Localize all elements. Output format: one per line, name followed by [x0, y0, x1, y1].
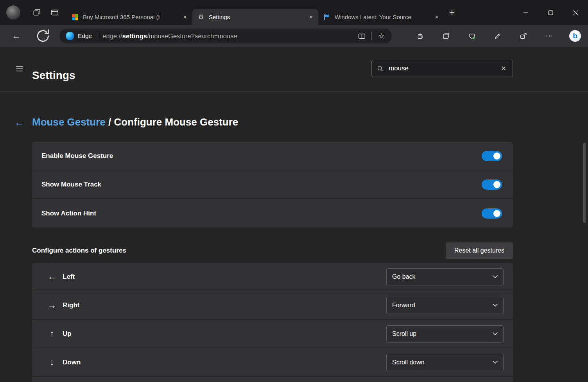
arrow-down-icon: ↓ [47, 357, 57, 368]
search-icon [376, 65, 384, 72]
gesture-row-up: ↑ Up Scroll up [32, 320, 513, 348]
titlebar: Buy Microsoft 365 Personal (f × ⚙ Settin… [0, 0, 588, 25]
tab-label: Buy Microsoft 365 Personal (f [83, 14, 176, 20]
dropdown-value: Forward [392, 302, 415, 309]
tab-windows-latest[interactable]: Windows Latest: Your Source × [318, 9, 444, 25]
workspaces-icon[interactable] [29, 5, 45, 20]
chevron-down-icon [493, 360, 498, 364]
show-action-hint-toggle[interactable] [482, 208, 502, 219]
dropdown-value: Scroll up [392, 330, 416, 337]
arrow-up-icon: ↑ [47, 328, 57, 339]
gesture-action-dropdown-left[interactable]: Go back [386, 268, 504, 285]
microsoft-logo-icon [71, 13, 79, 21]
arrow-left-icon: ← [47, 271, 57, 282]
windows-latest-favicon-icon [323, 13, 331, 21]
chevron-down-icon [493, 303, 498, 307]
dropdown-value: Scroll down [392, 359, 425, 366]
web-capture-icon[interactable] [485, 27, 511, 45]
breadcrumb: Mouse Gesture / Configure Mouse Gesture [32, 116, 238, 128]
menu-icon[interactable] [12, 61, 27, 77]
gesture-row-down: ↓ Down Scroll down [32, 348, 513, 377]
gear-icon: ⚙ [197, 13, 205, 21]
tab-label: Windows Latest: Your Source [335, 14, 428, 20]
minimize-icon[interactable] [513, 0, 538, 25]
url-text[interactable]: edge://settings/mouseGesture?search=mous… [102, 32, 237, 40]
window-controls [513, 0, 588, 25]
gesture-direction-label: Right [63, 301, 79, 309]
new-tab-icon[interactable]: + [444, 5, 460, 20]
gesture-direction-label: Down [63, 359, 81, 366]
setting-row-show-mouse-track: Show Mouse Track [32, 170, 513, 199]
chevron-down-icon [493, 275, 498, 278]
settings-search-box[interactable]: × [371, 60, 513, 77]
dropdown-value: Go back [392, 273, 416, 280]
gesture-action-dropdown-right[interactable]: Forward [386, 297, 504, 314]
split-screen-icon[interactable] [354, 29, 369, 43]
settings-header: Settings × [0, 47, 588, 91]
close-window-icon[interactable] [563, 0, 588, 25]
mouse-gesture-toggle-card: Enable Mouse Gesture Show Mouse Track Sh… [32, 142, 513, 228]
refresh-icon[interactable] [34, 27, 52, 45]
setting-row-show-action-hint: Show Action Hint [32, 199, 513, 228]
gesture-row-partial [32, 377, 513, 382]
reset-all-gestures-button[interactable]: Reset all gestures [446, 242, 513, 259]
edge-browser-window: Buy Microsoft 365 Personal (f × ⚙ Settin… [0, 0, 588, 382]
search-input[interactable] [388, 64, 496, 73]
toggle-knob [493, 181, 500, 188]
gesture-row-right: → Right Forward [32, 291, 513, 320]
scrollbar-thumb[interactable] [583, 143, 586, 223]
page-title: Settings [32, 69, 75, 82]
breadcrumb-separator: / [106, 116, 114, 128]
clear-search-icon[interactable]: × [496, 61, 511, 76]
url-scheme: edge:// [102, 32, 122, 39]
toggle-knob [493, 152, 500, 160]
toggle-knob [493, 210, 500, 217]
share-icon[interactable] [511, 27, 536, 45]
setting-label: Enable Mouse Gesture [41, 152, 482, 160]
setting-row-enable-mouse-gesture: Enable Mouse Gesture [32, 142, 513, 170]
gesture-direction-label: Up [63, 330, 72, 338]
extensions-icon[interactable] [407, 27, 433, 45]
gesture-action-dropdown-up[interactable]: Scroll up [386, 325, 504, 343]
toolbar-icons: b [407, 27, 588, 45]
maximize-icon[interactable] [538, 0, 563, 25]
collections-icon[interactable] [433, 27, 459, 45]
address-divider [97, 32, 97, 40]
gesture-actions-card: ← Left Go back → Right Forward ↑ Up Scro… [32, 263, 513, 382]
breadcrumb-link[interactable]: Mouse Gesture [32, 116, 106, 128]
tab-label: Settings [209, 14, 302, 20]
gesture-action-dropdown-down[interactable]: Scroll down [386, 354, 504, 371]
browser-name-label: Edge [78, 32, 92, 39]
url-highlight: settings [122, 32, 147, 39]
browser-essentials-icon[interactable] [459, 27, 485, 45]
profile-avatar[interactable] [6, 5, 20, 20]
close-tab-icon[interactable]: × [432, 12, 442, 22]
url-rest: /mouseGesture?search=mouse [147, 32, 237, 39]
gesture-row-left: ← Left Go back [32, 263, 513, 291]
browser-toolbar: ← Edge edge://settings/mouseGesture?sear… [0, 25, 588, 47]
edge-logo-icon [66, 32, 74, 40]
address-bar[interactable]: Edge edge://settings/mouseGesture?search… [59, 29, 392, 43]
setting-label: Show Mouse Track [41, 181, 482, 188]
show-mouse-track-toggle[interactable] [482, 179, 502, 190]
copilot-logo: b [569, 30, 581, 42]
close-tab-icon[interactable]: × [180, 12, 190, 22]
more-options-icon[interactable] [536, 27, 562, 45]
gesture-direction-label: Left [63, 273, 75, 281]
breadcrumb-back-icon[interactable]: ← [12, 114, 27, 131]
chevron-down-icon [493, 332, 498, 335]
enable-mouse-gesture-toggle[interactable] [482, 151, 502, 161]
gesture-section-header: Configure actions of gestures Reset all … [32, 242, 513, 260]
gesture-section-heading: Configure actions of gestures [32, 247, 126, 255]
address-trailing-divider [371, 32, 372, 40]
tab-actions-icon[interactable] [47, 5, 63, 20]
tab-strip: Buy Microsoft 365 Personal (f × ⚙ Settin… [66, 0, 460, 25]
copilot-icon[interactable]: b [562, 27, 588, 45]
tab-settings[interactable]: ⚙ Settings × [192, 9, 318, 25]
close-tab-icon[interactable]: × [306, 12, 316, 22]
tab-buy-microsoft-365[interactable]: Buy Microsoft 365 Personal (f × [66, 9, 192, 25]
back-icon[interactable]: ← [8, 27, 25, 45]
favorites-star-icon[interactable]: ☆ [374, 29, 389, 43]
setting-label: Show Action Hint [41, 210, 482, 217]
breadcrumb-current: Configure Mouse Gesture [114, 116, 238, 128]
